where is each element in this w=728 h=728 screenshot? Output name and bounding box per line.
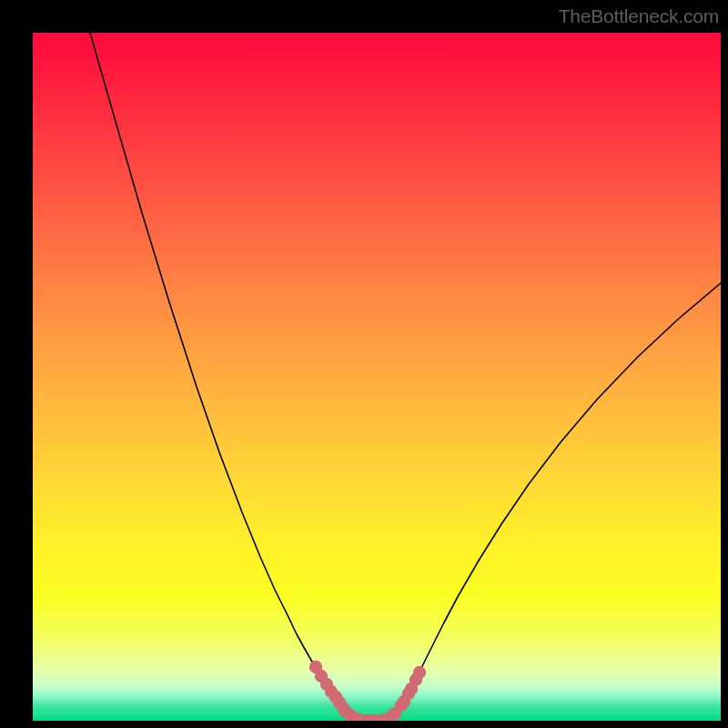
chart-frame: TheBottleneck.com bbox=[0, 0, 728, 728]
highlight-marker bbox=[413, 666, 426, 679]
highlight-markers-group bbox=[309, 661, 426, 721]
chart-overlay bbox=[33, 33, 721, 721]
bottleneck-curve-path bbox=[90, 33, 721, 721]
watermark-text: TheBottleneck.com bbox=[559, 5, 719, 27]
plot-area bbox=[33, 33, 721, 721]
